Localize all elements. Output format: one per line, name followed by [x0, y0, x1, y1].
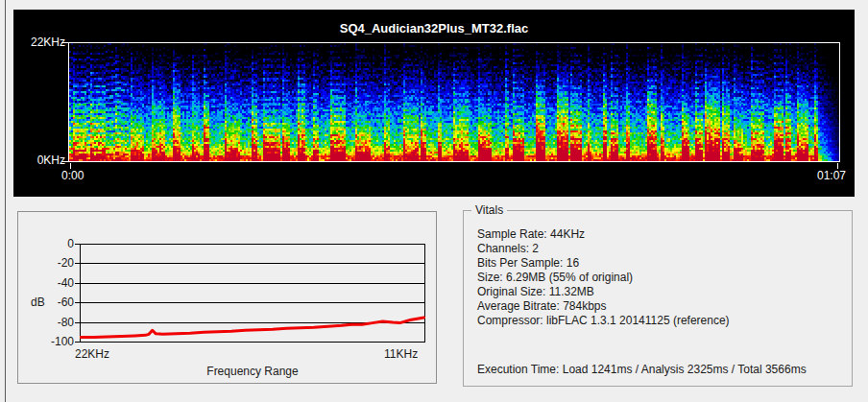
- spectrogram-box: [68, 42, 840, 162]
- freq-bottom-label: 0KHz: [25, 154, 65, 167]
- vitals-groupbox: Vitals Sample Rate: 44KHz Channels: 2 Bi…: [463, 210, 853, 387]
- vitals-line-compressor: Compressor: libFLAC 1.3.1 20141125 (refe…: [477, 314, 730, 328]
- vitals-line-bitrate: Average Bitrate: 784kbps: [477, 299, 730, 314]
- freq-bottom-tick: [61, 161, 68, 162]
- vitals-line-original-size: Original Size: 11.32MB: [477, 285, 730, 299]
- freq-top-label: 22KHz: [25, 35, 65, 49]
- y-tick-label: -80: [34, 316, 74, 329]
- y-tick-label: -100: [34, 335, 74, 348]
- file-title: SQ4_Audician32Plus_MT32.flac: [13, 21, 855, 35]
- frequency-response-panel: dB 0 -20 -40 -60 -80 -100 22KHz 11KHz Fr…: [17, 211, 437, 384]
- time-start-label: 0:00: [61, 169, 84, 182]
- execution-time: Execution Time: Load 1241ms / Analysis 2…: [477, 363, 807, 376]
- x-axis-title: Frequency Range: [80, 365, 425, 378]
- vitals-line-bits: Bits Per Sample: 16: [477, 256, 730, 271]
- y-tick-label: 0: [34, 237, 74, 250]
- time-end-label: 01:07: [793, 169, 846, 182]
- spectrogram-panel: SQ4_Audician32Plus_MT32.flac 22KHz 0KHz …: [13, 10, 855, 197]
- spectrogram-canvas: [69, 43, 839, 161]
- y-tick-label: -40: [34, 276, 74, 290]
- y-tick-label: -20: [34, 256, 74, 270]
- x-tick-label-right: 11KHz: [384, 347, 418, 361]
- window-frame-line: [5, 0, 6, 402]
- y-tick-label: -60: [34, 296, 74, 309]
- frequency-response-canvas: [80, 244, 425, 343]
- vitals-line-channels: Channels: 2: [477, 242, 730, 256]
- x-tick-label-left: 22KHz: [75, 347, 109, 361]
- vitals-line-sample-rate: Sample Rate: 44KHz: [477, 227, 730, 242]
- freq-top-tick: [61, 42, 68, 43]
- vitals-title: Vitals: [471, 203, 507, 217]
- vitals-line-size: Size: 6.29MB (55% of original): [477, 271, 730, 285]
- vitals-info: Sample Rate: 44KHz Channels: 2 Bits Per …: [477, 227, 730, 328]
